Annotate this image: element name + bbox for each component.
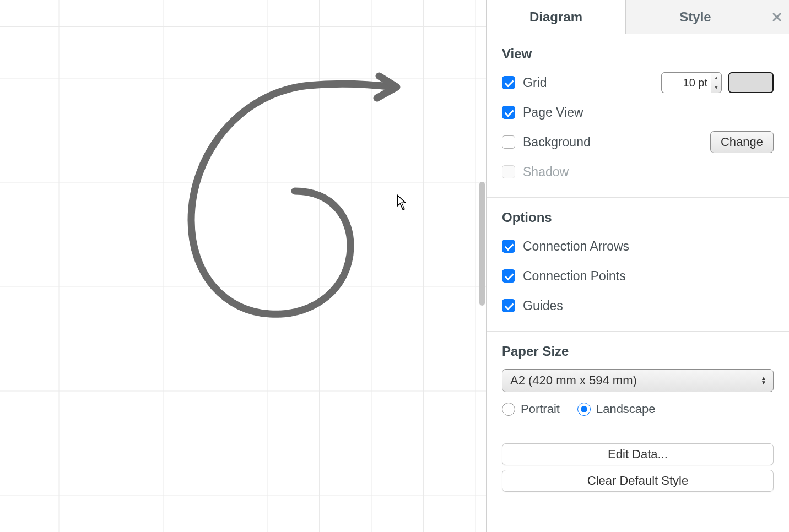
connection-arrows-label: Connection Arrows — [523, 239, 629, 254]
sidebar-tabs: Diagram Style — [487, 0, 789, 34]
change-background-button[interactable]: Change — [710, 131, 774, 153]
tab-diagram[interactable]: Diagram — [487, 0, 626, 34]
select-arrows-icon: ▲▼ — [761, 376, 766, 385]
shadow-label: Shadow — [523, 165, 569, 180]
connection-points-checkbox[interactable] — [502, 269, 515, 283]
page-view-checkbox[interactable] — [502, 106, 515, 119]
tab-style[interactable]: Style — [626, 0, 765, 34]
stepper-up-icon[interactable]: ▲ — [711, 73, 721, 83]
close-icon — [772, 12, 782, 22]
grid-size-stepper[interactable]: ▲ ▼ — [711, 72, 722, 93]
guides-row: Guides — [502, 295, 774, 317]
mouse-cursor-icon — [397, 194, 410, 211]
landscape-radio[interactable] — [577, 403, 591, 416]
stepper-down-icon[interactable]: ▼ — [711, 83, 721, 93]
grid-label: Grid — [523, 75, 547, 90]
connection-arrows-checkbox[interactable] — [502, 240, 515, 253]
grid-row: Grid ▲ ▼ — [502, 72, 774, 94]
portrait-radio[interactable] — [502, 403, 515, 416]
close-sidebar-button[interactable] — [765, 0, 789, 34]
view-section: View Grid ▲ ▼ Page View — [487, 34, 789, 198]
paper-size-section: Paper Size A2 (420 mm x 594 mm) ▲▼ Portr… — [487, 332, 789, 431]
connection-points-label: Connection Points — [523, 269, 626, 284]
view-title: View — [502, 46, 774, 62]
background-label: Background — [523, 135, 591, 150]
portrait-option[interactable]: Portrait — [502, 402, 560, 416]
page-view-row: Page View — [502, 101, 774, 123]
portrait-label: Portrait — [521, 402, 560, 416]
format-sidebar: Diagram Style View Grid ▲ ▼ — [486, 0, 789, 532]
diagram-canvas[interactable] — [0, 0, 486, 532]
clear-default-style-button[interactable]: Clear Default Style — [502, 470, 774, 492]
guides-checkbox[interactable] — [502, 299, 515, 312]
options-title: Options — [502, 210, 774, 225]
edit-data-button[interactable]: Edit Data... — [502, 443, 774, 465]
paper-size-value: A2 (420 mm x 594 mm) — [510, 373, 637, 388]
grid-checkbox[interactable] — [502, 76, 515, 89]
scrollbar-thumb[interactable] — [479, 182, 485, 306]
connection-arrows-row: Connection Arrows — [502, 235, 774, 257]
background-row: Background Change — [502, 131, 774, 153]
canvas-vertical-scrollbar[interactable] — [478, 0, 486, 532]
paper-size-select[interactable]: A2 (420 mm x 594 mm) ▲▼ — [502, 369, 774, 392]
background-checkbox[interactable] — [502, 135, 515, 149]
grid-color-swatch[interactable] — [728, 72, 774, 93]
freehand-arrow-shape[interactable] — [0, 0, 486, 386]
shadow-row: Shadow — [502, 161, 774, 183]
options-section: Options Connection Arrows Connection Poi… — [487, 198, 789, 332]
guides-label: Guides — [523, 298, 563, 313]
grid-size-field: ▲ ▼ — [661, 72, 722, 93]
page-view-label: Page View — [523, 105, 583, 120]
connection-points-row: Connection Points — [502, 265, 774, 287]
orientation-radio-group: Portrait Landscape — [502, 402, 774, 416]
paper-size-title: Paper Size — [502, 344, 774, 359]
grid-size-input[interactable] — [661, 72, 711, 93]
shadow-checkbox[interactable] — [502, 165, 515, 178]
bottom-buttons-section: Edit Data... Clear Default Style — [487, 431, 789, 508]
landscape-label: Landscape — [596, 402, 656, 416]
landscape-option[interactable]: Landscape — [577, 402, 656, 416]
